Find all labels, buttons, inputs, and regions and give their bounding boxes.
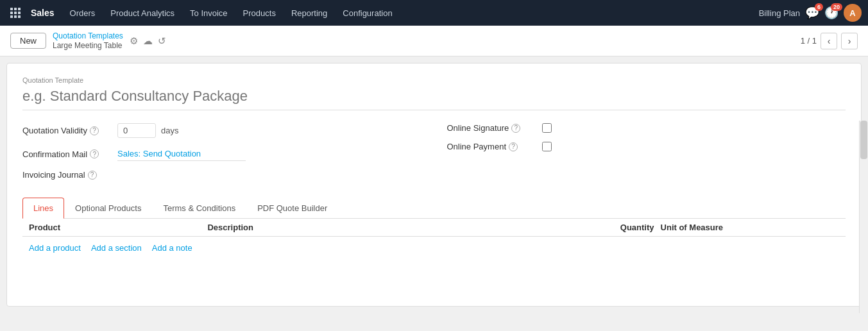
messages-badge: 6 <box>815 3 823 11</box>
billing-plan-label[interactable]: Billing Plan <box>759 8 800 18</box>
nav-orders[interactable]: Orders <box>64 4 102 22</box>
online-signature-checkbox[interactable] <box>542 123 552 133</box>
top-navigation: Sales Orders Product Analytics To Invoic… <box>0 0 868 26</box>
svg-rect-0 <box>10 8 13 10</box>
activity-badge: 20 <box>831 3 842 11</box>
nav-to-invoice[interactable]: To Invoice <box>183 4 234 22</box>
col-header-description: Description <box>207 223 565 232</box>
add-section-link[interactable]: Add a section <box>91 243 142 253</box>
svg-rect-6 <box>10 15 13 18</box>
template-name-input[interactable] <box>22 88 846 110</box>
invoicing-journal-field: Invoicing Journal ? <box>22 170 421 180</box>
invoicing-journal-help-icon[interactable]: ? <box>88 171 97 180</box>
invoicing-journal-label: Invoicing Journal ? <box>22 170 112 180</box>
add-product-link[interactable]: Add a product <box>29 243 81 253</box>
confirmation-mail-label: Confirmation Mail ? <box>22 149 112 159</box>
activity-icon[interactable]: 🕐 20 <box>824 6 838 20</box>
svg-rect-4 <box>14 12 17 14</box>
breadcrumb: Quotation Templates Large Meeting Table <box>53 31 123 50</box>
validity-help-icon[interactable]: ? <box>90 126 99 135</box>
tab-lines[interactable]: Lines <box>22 198 64 219</box>
app-name[interactable]: Sales <box>31 8 55 18</box>
fields-left: Quotation Validity ? days Confirmation M… <box>22 123 421 180</box>
user-avatar[interactable]: A <box>844 4 862 22</box>
pagination: 1 / 1 ‹ › <box>801 33 858 49</box>
nav-configuration[interactable]: Configuration <box>336 4 398 22</box>
fields-right: Online Signature ? Online Payment ? <box>447 123 846 180</box>
prev-page-button[interactable]: ‹ <box>821 33 837 49</box>
nav-product-analytics[interactable]: Product Analytics <box>104 4 181 22</box>
new-button[interactable]: New <box>10 33 46 49</box>
table-header: Product Description Quantity Unit of Mea… <box>22 219 846 237</box>
tab-pdf-quote-builder[interactable]: PDF Quote Builder <box>246 198 338 219</box>
pagination-text: 1 / 1 <box>801 36 817 46</box>
settings-icon[interactable]: ⚙ <box>130 35 138 47</box>
add-note-link[interactable]: Add a note <box>152 243 192 253</box>
svg-rect-7 <box>14 15 17 18</box>
breadcrumb-current: Large Meeting Table <box>53 41 123 50</box>
table-actions: Add a product Add a section Add a note <box>22 237 846 259</box>
scrollbar-track[interactable] <box>859 121 868 313</box>
confirmation-mail-input[interactable] <box>117 147 246 161</box>
svg-rect-1 <box>14 8 17 10</box>
main-form: Quotation Template Quotation Validity ? … <box>6 63 862 307</box>
app-grid-icon[interactable] <box>6 4 24 22</box>
online-payment-checkbox[interactable] <box>542 142 552 151</box>
online-signature-field: Online Signature ? <box>447 123 846 133</box>
col-header-uom: Unit of Measure <box>654 223 839 232</box>
breadcrumb-parent[interactable]: Quotation Templates <box>53 31 123 40</box>
validity-unit: days <box>161 126 178 135</box>
online-payment-label: Online Payment ? <box>447 142 537 151</box>
form-section-label: Quotation Template <box>22 76 846 84</box>
tab-optional-products[interactable]: Optional Products <box>64 198 152 219</box>
svg-rect-8 <box>18 15 21 18</box>
svg-rect-3 <box>10 12 13 14</box>
breadcrumb-bar: New Quotation Templates Large Meeting Ta… <box>0 26 868 56</box>
online-signature-help-icon[interactable]: ? <box>511 124 520 133</box>
messages-icon[interactable]: 💬 6 <box>805 6 819 20</box>
validity-input[interactable] <box>117 123 156 138</box>
online-payment-field: Online Payment ? <box>447 142 846 151</box>
nav-reporting[interactable]: Reporting <box>285 4 334 22</box>
next-page-button[interactable]: › <box>841 33 858 49</box>
col-header-quantity: Quantity <box>565 223 654 232</box>
online-signature-label: Online Signature ? <box>447 123 537 133</box>
form-fields: Quotation Validity ? days Confirmation M… <box>22 123 846 180</box>
breadcrumb-actions: ⚙ ☁ ↺ <box>130 35 166 47</box>
svg-rect-2 <box>18 8 21 10</box>
refresh-icon[interactable]: ↺ <box>158 35 166 47</box>
confirmation-mail-field: Confirmation Mail ? <box>22 147 421 161</box>
svg-rect-5 <box>18 12 21 14</box>
cloud-upload-icon[interactable]: ☁ <box>143 35 153 47</box>
confirmation-mail-help-icon[interactable]: ? <box>90 149 99 158</box>
tab-terms-conditions[interactable]: Terms & Conditions <box>152 198 246 219</box>
col-header-product: Product <box>29 223 207 232</box>
form-tabs: Lines Optional Products Terms & Conditio… <box>22 198 846 219</box>
validity-field: Quotation Validity ? days <box>22 123 421 138</box>
scrollbar-thumb[interactable] <box>860 121 867 159</box>
right-icons: Billing Plan 💬 6 🕐 20 A <box>759 4 862 22</box>
nav-products[interactable]: Products <box>237 4 282 22</box>
online-payment-help-icon[interactable]: ? <box>509 142 518 151</box>
validity-label: Quotation Validity ? <box>22 126 112 135</box>
